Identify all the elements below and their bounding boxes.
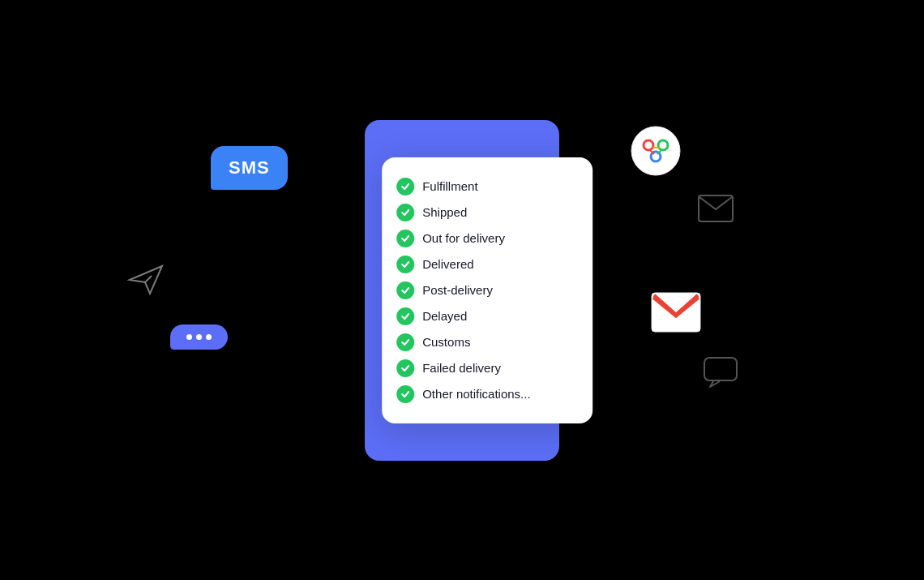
item-label-6: Customs bbox=[422, 335, 470, 349]
checklist-item-0: Fulfillment bbox=[396, 174, 578, 200]
item-label-5: Delayed bbox=[422, 309, 467, 323]
checklist-item-3: Delivered bbox=[396, 251, 578, 277]
checklist-item-8: Other notifications... bbox=[396, 381, 578, 407]
checklist-item-2: Out for delivery bbox=[396, 226, 578, 251]
chat-bubble bbox=[170, 324, 228, 350]
item-label-3: Delivered bbox=[422, 257, 473, 271]
chat-dot-1 bbox=[186, 334, 192, 340]
check-icon-7 bbox=[396, 359, 414, 377]
check-icon-8 bbox=[396, 385, 414, 403]
main-scene: SMS bbox=[0, 0, 924, 580]
sms-label: SMS bbox=[229, 157, 270, 178]
check-icon-4 bbox=[396, 281, 414, 299]
check-icon-0 bbox=[396, 178, 414, 195]
check-icon-5 bbox=[396, 307, 414, 325]
check-icon-1 bbox=[396, 204, 414, 221]
item-label-1: Shipped bbox=[422, 205, 467, 219]
envelope-icon bbox=[698, 195, 734, 226]
gmail-icon bbox=[651, 292, 701, 337]
item-label-4: Post-delivery bbox=[422, 283, 493, 297]
item-label-0: Fulfillment bbox=[422, 179, 477, 193]
check-icon-3 bbox=[396, 256, 414, 273]
sms-bubble: SMS bbox=[211, 146, 288, 190]
checklist-container: FulfillmentShippedOut for deliveryDelive… bbox=[396, 174, 578, 407]
svg-rect-9 bbox=[704, 358, 737, 380]
comment-icon bbox=[704, 357, 738, 391]
checklist-item-6: Customs bbox=[396, 329, 578, 355]
item-label-7: Failed delivery bbox=[422, 361, 501, 375]
chat-dot-3 bbox=[206, 334, 212, 340]
item-label-8: Other notifications... bbox=[422, 387, 530, 401]
chat-dot-2 bbox=[196, 334, 202, 340]
checklist-item-5: Delayed bbox=[396, 303, 578, 329]
check-icon-2 bbox=[396, 230, 414, 247]
webhook-icon bbox=[631, 126, 681, 176]
checklist-item-4: Post-delivery bbox=[396, 277, 578, 303]
checklist-card: FulfillmentShippedOut for deliveryDelive… bbox=[382, 157, 592, 423]
item-label-2: Out for delivery bbox=[422, 231, 505, 245]
checklist-item-1: Shipped bbox=[396, 200, 578, 226]
check-icon-6 bbox=[396, 333, 414, 351]
paper-plane-icon bbox=[126, 260, 166, 303]
checklist-item-7: Failed delivery bbox=[396, 355, 578, 381]
